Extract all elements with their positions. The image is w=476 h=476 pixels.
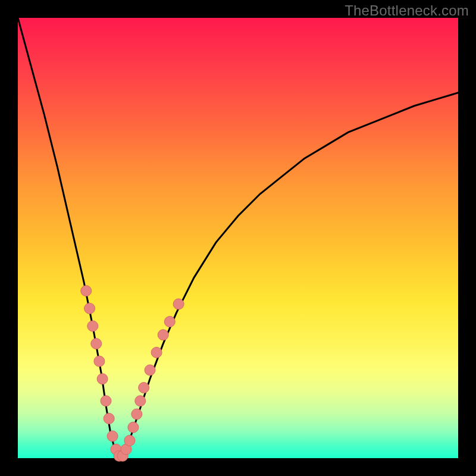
cluster-dot bbox=[104, 413, 114, 424]
cluster-dot bbox=[94, 356, 105, 367]
cluster-dot bbox=[128, 422, 139, 433]
cluster-dot bbox=[91, 339, 102, 349]
cluster-dot bbox=[131, 409, 142, 419]
cluster-dot bbox=[158, 330, 168, 340]
cluster-dot bbox=[173, 299, 184, 309]
plot-area bbox=[18, 18, 458, 458]
cluster-dot bbox=[151, 347, 162, 358]
watermark-text: TheBottleneck.com bbox=[345, 2, 469, 19]
cluster-dot bbox=[107, 431, 118, 441]
dot-cluster bbox=[81, 286, 184, 462]
cluster-dot bbox=[124, 435, 135, 446]
cluster-dot bbox=[87, 321, 98, 331]
cluster-dot bbox=[97, 374, 108, 384]
cluster-dot bbox=[164, 317, 175, 327]
cluster-dot bbox=[84, 303, 95, 314]
bottleneck-curve bbox=[18, 18, 458, 458]
cluster-dot bbox=[139, 383, 149, 393]
cluster-dot bbox=[145, 365, 155, 375]
cluster-dot bbox=[135, 396, 146, 406]
cluster-dot bbox=[81, 286, 92, 296]
cluster-dot bbox=[101, 396, 111, 406]
chart-svg bbox=[18, 18, 458, 458]
outer-frame: TheBottleneck.com bbox=[0, 0, 476, 476]
